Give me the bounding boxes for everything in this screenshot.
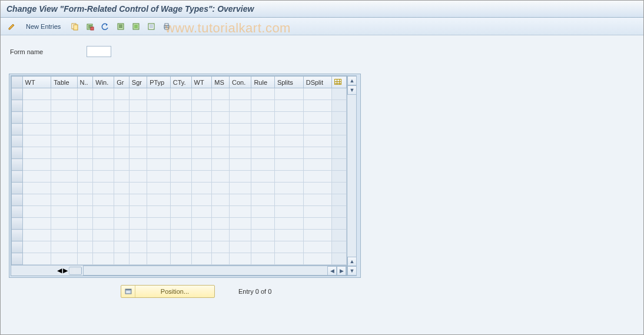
table-cell[interactable] — [229, 147, 251, 159]
table-cell[interactable] — [51, 230, 77, 241]
row-selector[interactable] — [12, 253, 23, 265]
table-cell[interactable] — [51, 112, 77, 124]
table-row[interactable] — [12, 112, 347, 124]
table-cell[interactable] — [51, 135, 77, 147]
table-cell[interactable] — [303, 112, 332, 124]
table-cell[interactable] — [77, 218, 93, 230]
table-cell[interactable] — [93, 253, 114, 265]
table-row[interactable] — [12, 100, 347, 112]
table-cell[interactable] — [229, 183, 251, 194]
table-cell[interactable] — [129, 194, 147, 206]
table-cell[interactable] — [229, 218, 251, 230]
table-cell[interactable] — [303, 194, 332, 206]
table-cell[interactable] — [22, 218, 51, 230]
table-cell[interactable] — [129, 230, 147, 241]
table-cell[interactable] — [129, 159, 147, 171]
table-cell[interactable] — [274, 171, 303, 183]
table-cell[interactable] — [93, 112, 114, 124]
table-row[interactable] — [12, 253, 347, 265]
table-cell[interactable] — [51, 253, 77, 265]
copy-as-icon[interactable] — [68, 21, 81, 32]
table-cell[interactable] — [147, 218, 171, 230]
vscroll-up-icon[interactable]: ▲ — [347, 76, 357, 85]
column-header[interactable]: WT — [191, 77, 212, 88]
table-cell[interactable] — [114, 88, 130, 100]
table-cell[interactable] — [251, 88, 274, 100]
table-cell[interactable] — [114, 241, 130, 253]
table-cell[interactable] — [251, 100, 274, 112]
column-header[interactable]: Con. — [229, 77, 251, 88]
table-cell[interactable] — [147, 183, 171, 194]
table-cell[interactable] — [22, 88, 51, 100]
table-row[interactable] — [12, 206, 347, 218]
table-cell[interactable] — [93, 171, 114, 183]
table-cell[interactable] — [229, 230, 251, 241]
table-settings-icon[interactable] — [332, 77, 347, 88]
table-cell[interactable] — [274, 159, 303, 171]
table-cell[interactable] — [251, 230, 274, 241]
position-button[interactable]: Position... — [121, 285, 215, 298]
table-cell[interactable] — [191, 88, 212, 100]
table-cell[interactable] — [22, 171, 51, 183]
table-cell[interactable] — [93, 88, 114, 100]
table-cell[interactable] — [129, 171, 147, 183]
table-cell[interactable] — [51, 159, 77, 171]
table-cell[interactable] — [170, 88, 191, 100]
table-cell[interactable] — [229, 100, 251, 112]
table-cell[interactable] — [22, 183, 51, 194]
table-cell[interactable] — [303, 135, 332, 147]
table-cell[interactable] — [93, 206, 114, 218]
table-cell[interactable] — [274, 124, 303, 135]
table-cell[interactable] — [129, 135, 147, 147]
table-cell[interactable] — [212, 100, 230, 112]
table-cell[interactable] — [77, 206, 93, 218]
table-cell[interactable] — [114, 112, 130, 124]
table-cell[interactable] — [129, 124, 147, 135]
table-cell[interactable] — [93, 100, 114, 112]
table-cell[interactable] — [170, 135, 191, 147]
horizontal-scrollbar[interactable]: ◀ ▶ — [83, 266, 347, 276]
table-cell[interactable] — [93, 241, 114, 253]
table-cell[interactable] — [77, 171, 93, 183]
table-cell[interactable] — [147, 171, 171, 183]
table-cell[interactable] — [251, 206, 274, 218]
table-row[interactable] — [12, 230, 347, 241]
table-cell[interactable] — [191, 159, 212, 171]
table-cell[interactable] — [212, 183, 230, 194]
vscroll-down2-icon[interactable]: ▲ — [347, 257, 357, 266]
table-cell[interactable] — [51, 88, 77, 100]
table-cell[interactable] — [147, 194, 171, 206]
table-cell[interactable] — [77, 100, 93, 112]
table-cell[interactable] — [191, 230, 212, 241]
table-cell[interactable] — [212, 124, 230, 135]
row-selector[interactable] — [12, 147, 23, 159]
table-cell[interactable] — [229, 194, 251, 206]
table-cell[interactable] — [191, 171, 212, 183]
table-cell[interactable] — [129, 100, 147, 112]
table-cell[interactable] — [274, 241, 303, 253]
table-cell[interactable] — [22, 147, 51, 159]
table-cell[interactable] — [303, 147, 332, 159]
print-icon[interactable] — [160, 21, 173, 32]
table-cell[interactable] — [170, 253, 191, 265]
table-cell[interactable] — [191, 206, 212, 218]
table-cell[interactable] — [191, 194, 212, 206]
table-cell[interactable] — [212, 135, 230, 147]
table-cell[interactable] — [229, 159, 251, 171]
table-row[interactable] — [12, 135, 347, 147]
table-cell[interactable] — [114, 183, 130, 194]
fixed-column-marker[interactable] — [69, 267, 82, 275]
table-cell[interactable] — [212, 218, 230, 230]
table-cell[interactable] — [77, 88, 93, 100]
table-cell[interactable] — [129, 183, 147, 194]
table-cell[interactable] — [77, 230, 93, 241]
table-cell[interactable] — [274, 147, 303, 159]
table-cell[interactable] — [274, 88, 303, 100]
table-cell[interactable] — [93, 124, 114, 135]
table-cell[interactable] — [129, 206, 147, 218]
delete-icon[interactable] — [84, 21, 97, 32]
table-cell[interactable] — [147, 230, 171, 241]
table-cell[interactable] — [77, 183, 93, 194]
table-cell[interactable] — [114, 206, 130, 218]
table-cell[interactable] — [77, 159, 93, 171]
